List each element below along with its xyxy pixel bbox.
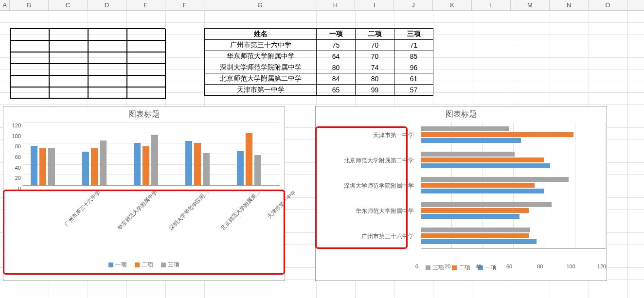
col-header-J[interactable]: J xyxy=(394,0,433,10)
x-tick: 60 xyxy=(506,263,512,269)
col-header-I[interactable]: I xyxy=(355,0,394,10)
cell-name[interactable]: 深圳大学师范学院附属中学 xyxy=(205,62,317,73)
x-tick: 120 xyxy=(597,263,606,269)
table-row[interactable]: 深圳大学师范学院附属中学807496 xyxy=(205,62,433,73)
table-header[interactable]: 一项 xyxy=(317,29,356,40)
cell-value[interactable]: 96 xyxy=(394,62,433,73)
empty-cell[interactable] xyxy=(49,75,88,87)
cell-value[interactable]: 70 xyxy=(356,51,394,62)
x-tick: 20 xyxy=(445,263,450,269)
empty-cell[interactable] xyxy=(88,75,127,87)
x-label: 华东师范大学附属中学 xyxy=(116,189,159,231)
empty-cell[interactable] xyxy=(49,64,88,75)
cell-value[interactable]: 75 xyxy=(317,40,356,51)
col-header-G[interactable]: G xyxy=(204,0,316,10)
gridline xyxy=(606,123,606,249)
y-category-label: 广州市第三十六中学 xyxy=(320,232,414,241)
hbar xyxy=(421,163,550,168)
empty-cell[interactable] xyxy=(127,40,166,52)
table-header[interactable]: 姓名 xyxy=(205,29,317,40)
legend-swatch xyxy=(161,263,166,267)
empty-cell[interactable] xyxy=(10,52,49,64)
y-tick: 60 xyxy=(8,154,21,160)
col-header-O[interactable]: O xyxy=(589,0,627,10)
cell-value[interactable]: 61 xyxy=(394,73,433,85)
col-header-A[interactable]: A xyxy=(0,0,10,10)
bar xyxy=(246,133,252,185)
empty-cell[interactable] xyxy=(88,29,127,40)
bar xyxy=(194,143,201,185)
hbar xyxy=(421,239,537,244)
bar xyxy=(237,151,244,185)
empty-cell[interactable] xyxy=(88,64,127,75)
cell-name[interactable]: 广州市第三十六中学 xyxy=(205,40,317,51)
empty-cell[interactable] xyxy=(49,87,88,99)
col-header-C[interactable]: C xyxy=(49,0,88,10)
empty-cell[interactable] xyxy=(49,40,88,52)
legend-swatch xyxy=(135,263,140,267)
column-headers: ABCDEFGHIJKLMNO xyxy=(0,0,644,11)
cell-value[interactable]: 74 xyxy=(356,62,394,73)
bar-chart[interactable]: 图表标题 天津市第一中学北京师范大学附属第二中学深圳大学师范学院附属中学华东师范… xyxy=(315,106,607,281)
y-tick: 120 xyxy=(8,123,21,128)
col-header-K[interactable]: K xyxy=(433,0,472,10)
cell-value[interactable]: 80 xyxy=(317,62,356,73)
col-header-M[interactable]: M xyxy=(511,0,550,10)
x-tick: 100 xyxy=(566,263,575,269)
empty-cell[interactable] xyxy=(10,75,49,87)
table-header[interactable]: 二项 xyxy=(356,29,394,40)
cell-value[interactable]: 85 xyxy=(394,51,433,62)
legend-swatch xyxy=(452,265,457,270)
empty-cell[interactable] xyxy=(127,52,166,64)
empty-cell[interactable] xyxy=(88,52,127,64)
empty-cell[interactable] xyxy=(127,64,166,75)
empty-cell[interactable] xyxy=(127,75,166,87)
cell-value[interactable]: 84 xyxy=(317,73,356,85)
cell-value[interactable]: 65 xyxy=(317,85,356,96)
cell-name[interactable]: 北京师范大学附属第二中学 xyxy=(205,73,317,85)
hbar xyxy=(421,126,509,131)
y-category-label: 天津市第一中学 xyxy=(320,131,414,140)
empty-cell[interactable] xyxy=(49,29,88,40)
empty-cell[interactable] xyxy=(88,87,127,99)
y-tick: 80 xyxy=(8,143,21,149)
bar-chart-x-axis: 020406080100120 xyxy=(316,249,607,262)
cell-value[interactable]: 64 xyxy=(317,51,356,62)
table-header[interactable]: 三项 xyxy=(394,29,433,40)
cell-value[interactable]: 80 xyxy=(356,73,394,85)
table-row[interactable]: 广州市第三十六中学757071 xyxy=(205,40,433,51)
table-row[interactable]: 华东师范大学附属中学647085 xyxy=(205,51,433,62)
cell-name[interactable]: 华东师范大学附属中学 xyxy=(205,51,317,62)
empty-cell[interactable] xyxy=(127,87,166,99)
cell-value[interactable]: 99 xyxy=(356,85,394,96)
bar xyxy=(48,148,55,185)
empty-cell[interactable] xyxy=(10,64,49,75)
cell-value[interactable]: 70 xyxy=(356,40,394,51)
col-header-B[interactable]: B xyxy=(10,0,49,10)
bar-chart-legend: 三项二项一项 xyxy=(316,262,607,272)
hbar xyxy=(421,189,544,193)
table-row[interactable]: 北京师范大学附属第二中学848061 xyxy=(205,73,433,85)
col-header-L[interactable]: L xyxy=(472,0,511,10)
empty-cell[interactable] xyxy=(49,52,88,64)
cell-value[interactable]: 57 xyxy=(394,85,433,96)
empty-cell[interactable] xyxy=(127,29,166,40)
bar xyxy=(151,135,158,185)
col-header-D[interactable]: D xyxy=(88,0,126,10)
empty-bordered-range[interactable] xyxy=(10,28,165,98)
column-chart[interactable]: 图表标题 020406080100120 广州市第三十六中学华东师范大学附属中学… xyxy=(3,106,285,281)
col-header-E[interactable]: E xyxy=(126,0,165,10)
col-header-N[interactable]: N xyxy=(550,0,589,10)
empty-cell[interactable] xyxy=(88,40,127,52)
data-table[interactable]: 姓名一项二项三项广州市第三十六中学757071华东师范大学附属中学647085深… xyxy=(204,28,433,96)
spreadsheet[interactable]: ABCDEFGHIJKLMNO 姓名一项二项三项广州市第三十六中学757071华… xyxy=(0,0,644,298)
empty-cell[interactable] xyxy=(10,87,49,99)
table-row[interactable]: 天津市第一中学659957 xyxy=(205,85,433,96)
col-header-H[interactable]: H xyxy=(316,0,355,10)
empty-cell[interactable] xyxy=(10,29,49,40)
bar xyxy=(100,140,107,185)
empty-cell[interactable] xyxy=(10,40,49,52)
cell-name[interactable]: 天津市第一中学 xyxy=(205,85,317,96)
col-header-F[interactable]: F xyxy=(165,0,204,10)
cell-value[interactable]: 71 xyxy=(394,40,433,51)
